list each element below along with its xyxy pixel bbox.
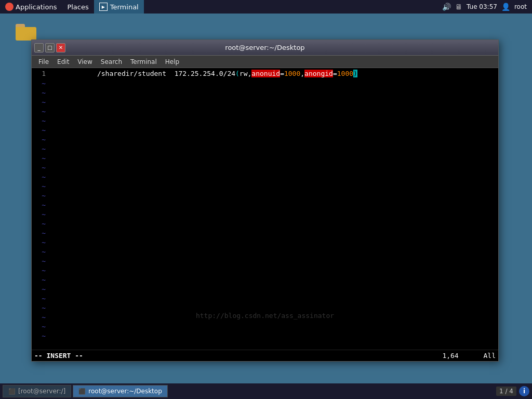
tilde-line: ~ bbox=[32, 107, 498, 116]
tilde-line: ~ bbox=[32, 284, 498, 294]
terminal-window: _ □ ✕ root@server:~/Desktop File Edit Vi… bbox=[31, 39, 499, 362]
line1-eq1: = bbox=[280, 70, 284, 77]
tilde-line: ~ bbox=[32, 78, 498, 88]
menu-terminal[interactable]: Terminal bbox=[126, 57, 161, 66]
line1-comma: , bbox=[300, 70, 304, 77]
places-menu-button[interactable]: Places bbox=[62, 0, 94, 14]
taskbar-bottom-right: 1 / 4 i bbox=[496, 386, 532, 396]
line1-anongid-val: 1000 bbox=[337, 70, 353, 77]
tilde-line: ~ bbox=[32, 191, 498, 200]
task-desktop-terminal[interactable]: ⬛ root@server:~/Desktop bbox=[73, 385, 167, 397]
taskbar-top: Applications Places ▶ Terminal 🔊 🖥 Tue 0… bbox=[0, 0, 532, 14]
terminal-label: Terminal bbox=[110, 3, 139, 11]
line1-paren-open: ( bbox=[235, 70, 240, 77]
title-bar: _ □ ✕ root@server:~/Desktop bbox=[32, 40, 498, 56]
cursor-pos: 1,64 bbox=[442, 352, 458, 360]
tilde-line: ~ bbox=[32, 275, 498, 284]
tilde-line: ~ bbox=[32, 312, 498, 322]
user-icon: 👤 bbox=[501, 3, 510, 11]
taskbar-top-left: Applications Places ▶ Terminal bbox=[0, 0, 442, 14]
vim-position: 1,64 All bbox=[442, 352, 496, 360]
menu-edit[interactable]: Edit bbox=[53, 57, 73, 66]
app-icon bbox=[5, 3, 14, 11]
menu-view[interactable]: View bbox=[73, 57, 96, 66]
tilde-line: ~ bbox=[32, 209, 498, 219]
tilde-line: ~ bbox=[32, 331, 498, 340]
line1-anongid: anongid bbox=[304, 70, 333, 77]
menu-search[interactable]: Search bbox=[97, 57, 126, 66]
tilde-line: ~ bbox=[32, 200, 498, 209]
tilde-lines: ~~~~~~~~~~~~~~~~~~~~~~~~~~~~ bbox=[32, 78, 498, 361]
vim-content: 1 /sharedir/student 172.25.254.0/24(rw,a… bbox=[32, 68, 498, 361]
task1-label: [root@server:/] bbox=[18, 388, 65, 395]
vim-statusline: -- INSERT -- 1,64 All bbox=[32, 350, 498, 361]
tilde-line: ~ bbox=[32, 163, 498, 172]
tilde-line: ~ bbox=[32, 237, 498, 247]
volume-icon: 🔊 bbox=[442, 3, 451, 11]
tilde-line: ~ bbox=[32, 265, 498, 275]
username: root bbox=[514, 3, 527, 10]
tilde-line: ~ bbox=[32, 294, 498, 303]
taskbar-bottom-left: ⬛ [root@server:/] ⬛ root@server:~/Deskto… bbox=[0, 385, 168, 397]
tilde-line: ~ bbox=[32, 322, 498, 331]
file-manager-icon[interactable] bbox=[10, 24, 42, 41]
vim-cursor: ) bbox=[353, 70, 357, 77]
taskbar-bottom: ⬛ [root@server:/] ⬛ root@server:~/Deskto… bbox=[0, 383, 532, 399]
task-root-server[interactable]: ⬛ [root@server:/] bbox=[3, 385, 71, 397]
maximize-button[interactable]: □ bbox=[45, 43, 55, 52]
places-label: Places bbox=[67, 3, 88, 11]
vim-mode: -- INSERT -- bbox=[34, 352, 83, 360]
tilde-line: ~ bbox=[32, 97, 498, 107]
tilde-line: ~ bbox=[32, 116, 498, 125]
tilde-line: ~ bbox=[32, 153, 498, 163]
tilde-line: ~ bbox=[32, 125, 498, 135]
clock: Tue 03:57 bbox=[467, 3, 497, 10]
tilde-line: ~ bbox=[32, 135, 498, 144]
line1-rw: rw, bbox=[240, 70, 251, 77]
tilde-line: ~ bbox=[32, 256, 498, 265]
terminal-icon: ▶ bbox=[99, 3, 108, 11]
terminal-taskbar-button[interactable]: ▶ Terminal bbox=[94, 0, 144, 14]
tilde-line: ~ bbox=[32, 144, 498, 153]
terminal-icon-small-2: ⬛ bbox=[78, 388, 86, 395]
applications-menu-button[interactable]: Applications bbox=[0, 0, 62, 14]
line1-anonuid: anonuid bbox=[251, 70, 280, 77]
taskbar-top-right: 🔊 🖥 Tue 03:57 👤 root bbox=[442, 3, 532, 11]
window-controls: _ □ ✕ bbox=[34, 43, 65, 52]
minimize-button[interactable]: _ bbox=[34, 43, 44, 52]
vim-line-1: 1 /sharedir/student 172.25.254.0/24(rw,a… bbox=[32, 68, 498, 78]
tilde-line: ~ bbox=[32, 181, 498, 191]
applications-label: Applications bbox=[16, 3, 57, 11]
menu-file[interactable]: File bbox=[34, 57, 53, 66]
line-number-1: 1 bbox=[33, 70, 48, 77]
tilde-line: ~ bbox=[32, 303, 498, 312]
line1-path: /sharedir/student 172.25.254.0/24 bbox=[97, 70, 235, 77]
info-button[interactable]: i bbox=[519, 386, 529, 396]
tilde-line: ~ bbox=[32, 88, 498, 97]
task2-label: root@server:~/Desktop bbox=[88, 388, 162, 395]
window-title: root@server:~/Desktop bbox=[65, 44, 464, 51]
tilde-line: ~ bbox=[32, 219, 498, 228]
menu-bar: File Edit View Search Terminal Help bbox=[32, 56, 498, 68]
line1-eq2: = bbox=[333, 70, 337, 77]
menu-help[interactable]: Help bbox=[161, 57, 183, 66]
vim-all: All bbox=[484, 352, 496, 360]
page-indicator: 1 / 4 bbox=[496, 387, 516, 396]
close-button[interactable]: ✕ bbox=[56, 43, 65, 52]
tilde-line: ~ bbox=[32, 228, 498, 237]
line1-anonuid-val: 1000 bbox=[284, 70, 300, 77]
vim-editor[interactable]: 1 /sharedir/student 172.25.254.0/24(rw,a… bbox=[32, 68, 498, 361]
terminal-icon-small: ⬛ bbox=[8, 388, 16, 395]
folder-icon bbox=[16, 24, 36, 41]
tilde-line: ~ bbox=[32, 172, 498, 181]
display-icon: 🖥 bbox=[455, 3, 462, 11]
tilde-line: ~ bbox=[32, 247, 498, 256]
desktop: _ □ ✕ root@server:~/Desktop File Edit Vi… bbox=[0, 14, 532, 383]
